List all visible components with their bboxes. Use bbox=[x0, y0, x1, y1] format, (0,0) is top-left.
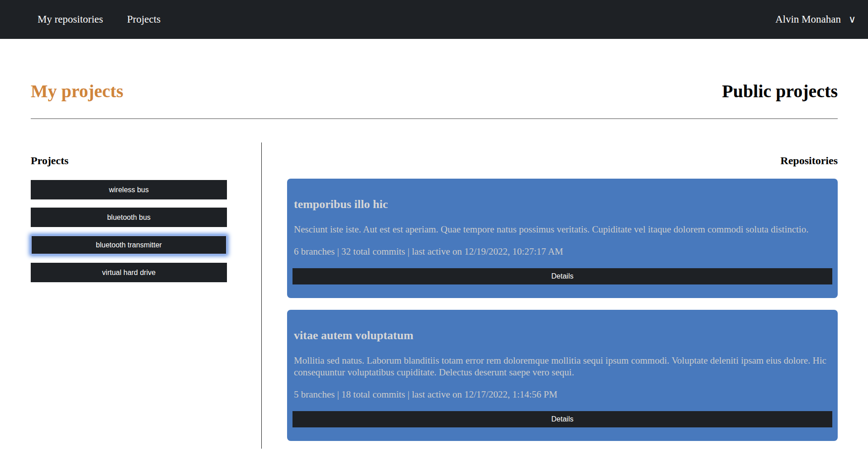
repo-title: vitae autem voluptatum bbox=[294, 329, 831, 342]
project-button[interactable]: bluetooth transmitter bbox=[31, 235, 227, 255]
repo-card: temporibus illo hic Nesciunt iste iste. … bbox=[287, 179, 838, 298]
repo-stats: 6 branches | 32 total commits | last act… bbox=[294, 246, 831, 257]
chevron-down-icon: ∨ bbox=[849, 14, 856, 25]
title-divider bbox=[31, 118, 838, 119]
user-menu[interactable]: Alvin Monahan ∨ bbox=[775, 14, 856, 25]
repo-branches: 5 branches bbox=[294, 389, 335, 400]
user-name: Alvin Monahan bbox=[775, 14, 841, 25]
repositories-panel: Repositories temporibus illo hic Nesciun… bbox=[262, 142, 838, 449]
stats-separator: | bbox=[335, 246, 341, 257]
stats-separator: | bbox=[405, 389, 412, 400]
my-projects-title: My projects bbox=[31, 81, 123, 101]
nav-link-projects[interactable]: Projects bbox=[127, 14, 160, 25]
repo-description: Mollitia sed natus. Laborum blanditiis t… bbox=[294, 355, 831, 378]
repo-card: vitae autem voluptatum Mollitia sed natu… bbox=[287, 310, 838, 441]
stats-separator: | bbox=[405, 246, 412, 257]
project-button[interactable]: wireless bus bbox=[31, 180, 227, 199]
repo-last-active: last active on 12/17/2022, 1:14:56 PM bbox=[412, 389, 557, 400]
details-button[interactable]: Details bbox=[292, 411, 832, 427]
repo-description: Nesciunt iste iste. Aut est est aperiam.… bbox=[294, 223, 831, 235]
page-titles: My projects Public projects bbox=[31, 81, 838, 101]
repo-title: temporibus illo hic bbox=[294, 198, 831, 211]
project-button[interactable]: virtual hard drive bbox=[31, 263, 227, 282]
nav-link-my-repositories[interactable]: My repositories bbox=[38, 14, 103, 25]
repo-last-active: last active on 12/19/2022, 10:27:17 AM bbox=[412, 246, 563, 257]
repo-commits: 18 total commits bbox=[341, 389, 405, 400]
projects-heading: Projects bbox=[31, 155, 261, 167]
repositories-heading: Repositories bbox=[287, 155, 838, 167]
details-button[interactable]: Details bbox=[292, 268, 832, 284]
nav-links: My repositories Projects bbox=[38, 14, 160, 25]
project-button[interactable]: bluetooth bus bbox=[31, 208, 227, 227]
projects-panel: Projects wireless bus bluetooth bus blue… bbox=[31, 142, 261, 449]
repo-stats: 5 branches | 18 total commits | last act… bbox=[294, 389, 831, 400]
project-list: wireless bus bluetooth bus bluetooth tra… bbox=[31, 180, 261, 282]
repo-branches: 6 branches bbox=[294, 246, 335, 257]
public-projects-title: Public projects bbox=[722, 81, 838, 101]
navbar: My repositories Projects Alvin Monahan ∨ bbox=[0, 0, 868, 39]
content-columns: Projects wireless bus bluetooth bus blue… bbox=[31, 142, 838, 449]
stats-separator: | bbox=[335, 389, 341, 400]
repo-commits: 32 total commits bbox=[341, 246, 405, 257]
page-container: My projects Public projects Projects wir… bbox=[31, 81, 838, 449]
